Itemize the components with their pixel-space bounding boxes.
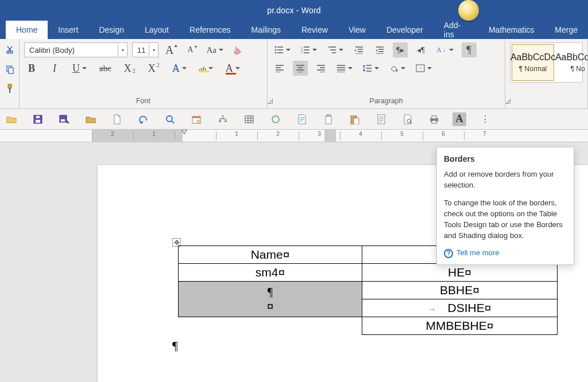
- user-avatar[interactable]: [458, 0, 479, 21]
- justify-button[interactable]: [334, 61, 355, 76]
- insert-table-button[interactable]: [241, 111, 257, 127]
- cell-end-mark: ¤: [184, 299, 356, 313]
- task-list-button[interactable]: [373, 111, 389, 127]
- table-cell[interactable]: Name¤: [179, 246, 362, 264]
- italic-button[interactable]: I: [47, 61, 62, 76]
- folder-button[interactable]: [83, 111, 99, 127]
- properties-button[interactable]: [294, 111, 310, 127]
- table-cell[interactable]: [179, 317, 362, 335]
- underline-button[interactable]: U: [70, 61, 89, 76]
- ruler-tick: 1: [235, 131, 238, 137]
- tab-developer[interactable]: Developer: [376, 21, 434, 39]
- text-effects-button[interactable]: A: [170, 61, 189, 76]
- subscript-button[interactable]: X2: [122, 61, 138, 76]
- clipboard-button[interactable]: [320, 111, 336, 127]
- ruler-tick: 1: [152, 131, 156, 137]
- more-button[interactable]: ⋮: [477, 111, 493, 127]
- paste-button[interactable]: [347, 111, 363, 127]
- table-cell-merged[interactable]: ¶ ¤: [179, 282, 362, 317]
- checklist-icon: [377, 114, 385, 124]
- calendar-icon: [192, 115, 201, 124]
- cut-button[interactable]: [2, 42, 17, 57]
- copy-button[interactable]: [2, 62, 17, 77]
- tab-review[interactable]: Review: [291, 21, 338, 39]
- font-color-button[interactable]: A: [223, 61, 242, 76]
- style-tile-nospacing[interactable]: AaBbCcDc ¶ No: [556, 44, 588, 81]
- bold-button[interactable]: B: [24, 61, 39, 76]
- tab-home[interactable]: Home: [6, 21, 48, 39]
- shrink-font-button[interactable]: A▾: [184, 42, 199, 57]
- svg-point-23: [197, 120, 200, 123]
- undo-button[interactable]: [136, 111, 152, 127]
- tab-layout[interactable]: Layout: [134, 21, 179, 39]
- tooltip-help-link[interactable]: ? Tell me more: [444, 248, 567, 259]
- superscript-button[interactable]: X2: [146, 61, 162, 76]
- bullets-button[interactable]: [272, 42, 293, 57]
- show-marks-button[interactable]: ¶: [462, 42, 477, 57]
- line-spacing-button[interactable]: [361, 61, 381, 76]
- format-painter-button[interactable]: [2, 81, 17, 96]
- numbering-button[interactable]: 123: [299, 42, 319, 57]
- table-cell[interactable]: HE¤: [362, 264, 558, 282]
- quick-access-toolbar: A ⋮: [0, 109, 588, 130]
- svg-rect-17: [36, 116, 40, 118]
- horizontal-ruler[interactable]: 2 1 1 2 3 4 5 6 7: [0, 130, 588, 142]
- tab-mathematics[interactable]: Mathematics: [478, 21, 544, 39]
- shading-button[interactable]: [387, 61, 408, 76]
- calendar-button[interactable]: [188, 111, 204, 127]
- font-name-value: Calibri (Body): [29, 46, 118, 54]
- tab-design[interactable]: Design: [88, 21, 134, 39]
- decrease-indent-button[interactable]: [351, 42, 366, 57]
- org-chart-button[interactable]: [215, 111, 231, 127]
- table-cell[interactable]: MMBEBHE¤: [362, 317, 558, 335]
- text-format-button[interactable]: A: [452, 112, 466, 126]
- sort-button[interactable]: A↓: [434, 42, 456, 57]
- chevron-down-icon: ▾: [149, 43, 158, 57]
- tab-insert[interactable]: Insert: [48, 21, 88, 39]
- highlight-button[interactable]: ab: [197, 61, 215, 76]
- ltr-direction-button[interactable]: ¶▸: [393, 42, 408, 57]
- tab-view[interactable]: View: [338, 21, 376, 39]
- change-case-button[interactable]: Aa: [204, 42, 226, 57]
- tab-merge[interactable]: Merge: [544, 21, 588, 39]
- new-doc-button[interactable]: [109, 111, 125, 127]
- style-tile-normal[interactable]: AaBbCcDc ¶ Normal: [512, 44, 554, 81]
- ruler-tick: 5: [400, 131, 404, 137]
- styles-gallery[interactable]: AaBbCcDc ¶ Normal AaBbCcDc ¶ No: [510, 42, 583, 83]
- indent-marker-icon[interactable]: [181, 130, 188, 135]
- shapes-button[interactable]: [268, 111, 284, 127]
- print-button[interactable]: [426, 111, 442, 127]
- tab-references[interactable]: References: [179, 21, 241, 39]
- table-cell[interactable]: sm4¤: [179, 264, 362, 282]
- clear-formatting-button[interactable]: A: [230, 42, 245, 57]
- font-size-combo[interactable]: 11 ▾: [132, 42, 158, 57]
- tab-arrow-icon: →: [428, 305, 436, 314]
- hierarchy-icon: [218, 115, 228, 124]
- tab-mailings[interactable]: Mailings: [241, 21, 291, 39]
- align-left-button[interactable]: [272, 61, 287, 76]
- eraser-icon: A: [233, 45, 243, 54]
- font-name-combo[interactable]: Calibri (Body) ▾: [24, 42, 127, 57]
- table-cell[interactable]: →DSIHE¤: [362, 299, 558, 317]
- increase-indent-button[interactable]: [372, 42, 387, 57]
- multilevel-list-button[interactable]: [325, 42, 346, 57]
- tab-addins[interactable]: Add-ins: [434, 21, 478, 39]
- print-preview-button[interactable]: [400, 111, 416, 127]
- save-button[interactable]: [30, 111, 46, 127]
- strikethrough-button[interactable]: abc: [97, 61, 114, 76]
- svg-rect-19: [61, 119, 65, 122]
- table-cell[interactable]: BBHE¤: [362, 282, 558, 299]
- grow-font-button[interactable]: A▴: [163, 42, 180, 57]
- align-center-button[interactable]: [293, 61, 308, 76]
- svg-rect-36: [432, 116, 436, 119]
- find-button[interactable]: [162, 111, 178, 127]
- align-center-icon: [296, 64, 305, 72]
- outdent-icon: [354, 46, 363, 54]
- save-as-button[interactable]: [56, 111, 72, 127]
- svg-rect-33: [378, 115, 385, 124]
- open-button[interactable]: [3, 111, 20, 127]
- rtl-direction-button[interactable]: ◂¶: [413, 42, 428, 57]
- borders-button[interactable]: [413, 61, 434, 76]
- align-right-button[interactable]: [314, 61, 328, 76]
- paintbrush-icon: [5, 84, 14, 94]
